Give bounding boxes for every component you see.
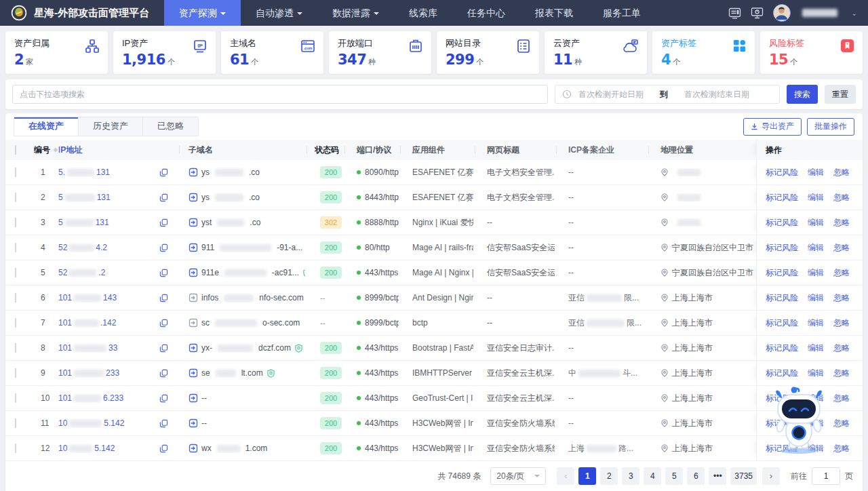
ignore-action[interactable]: 忽略 [833, 368, 850, 379]
row-checkbox[interactable] [15, 193, 16, 202]
copy-ip-icon[interactable] [159, 168, 168, 177]
copy-ip-icon[interactable] [159, 243, 168, 252]
mark-risk-action[interactable]: 标记风险 [766, 368, 798, 379]
tab-online-assets[interactable]: 在线资产 [14, 117, 78, 136]
stat-card-open-ports[interactable]: 开放端口 347种 [329, 31, 431, 74]
open-link-icon[interactable] [189, 418, 198, 428]
row-checkbox[interactable] [15, 318, 16, 328]
edit-action[interactable]: 编辑 [808, 217, 824, 229]
copy-ip-icon[interactable] [159, 369, 168, 378]
open-link-icon[interactable] [189, 444, 198, 453]
edit-action[interactable]: 编辑 [808, 242, 824, 254]
page-number-button[interactable]: 3 [622, 467, 639, 485]
open-link-icon[interactable] [189, 393, 198, 403]
row-checkbox[interactable] [15, 343, 16, 353]
goto-page-input[interactable] [812, 467, 840, 485]
nav-item-task-center[interactable]: 任务中心 [452, 0, 520, 26]
ignore-action[interactable]: 忽略 [833, 292, 850, 304]
mark-risk-action[interactable]: 标记风险 [766, 292, 798, 304]
mark-risk-action[interactable]: 标记风险 [766, 317, 798, 329]
row-checkbox[interactable] [15, 268, 16, 277]
open-link-icon[interactable] [189, 318, 198, 328]
console-settings-icon[interactable] [728, 7, 741, 20]
page-number-button[interactable]: 2 [600, 467, 618, 485]
stat-card-cloud-assets[interactable]: 云资产 11种 [545, 31, 647, 74]
page-size-select[interactable]: 20条/页 [490, 467, 546, 485]
copy-ip-icon[interactable] [159, 444, 168, 453]
mark-risk-action[interactable]: 标记风险 [766, 167, 798, 178]
ignore-action[interactable]: 忽略 [833, 418, 850, 429]
mark-risk-action[interactable]: 标记风险 [766, 217, 798, 229]
ignore-action[interactable]: 忽略 [833, 167, 850, 178]
column-settings-gear-icon[interactable] [53, 146, 58, 154]
row-checkbox[interactable] [15, 168, 16, 177]
search-button[interactable]: 搜索 [787, 85, 818, 104]
mark-risk-action[interactable]: 标记风险 [766, 242, 798, 254]
ignore-action[interactable]: 忽略 [833, 317, 850, 329]
edit-action[interactable]: 编辑 [808, 292, 824, 304]
copy-ip-icon[interactable] [159, 193, 168, 202]
ignore-action[interactable]: 忽略 [833, 342, 850, 354]
page-number-button[interactable]: 6 [687, 467, 705, 485]
nav-item-service-ticket[interactable]: 服务工单 [588, 0, 656, 26]
monitor-icon[interactable] [751, 7, 764, 20]
edit-action[interactable]: 编辑 [808, 267, 824, 279]
robot-assistant-mascot[interactable] [772, 384, 826, 454]
nav-item-report-download[interactable]: 报表下载 [520, 0, 588, 26]
avatar[interactable] [773, 4, 791, 22]
row-checkbox[interactable] [15, 444, 16, 453]
open-link-icon[interactable] [189, 293, 198, 302]
row-checkbox[interactable] [15, 368, 16, 378]
prev-page-button[interactable]: ‹ [557, 467, 574, 485]
ignore-action[interactable]: 忽略 [833, 393, 850, 404]
edit-action[interactable]: 编辑 [808, 317, 824, 329]
page-number-button[interactable]: 4 [644, 467, 661, 485]
stat-card-asset-tags[interactable]: 资产标签 4个 [652, 31, 755, 74]
reset-button[interactable]: 重置 [825, 85, 856, 104]
copy-ip-icon[interactable] [159, 294, 168, 302]
copy-ip-icon[interactable] [159, 319, 168, 328]
search-input[interactable] [12, 85, 548, 104]
mark-risk-action[interactable]: 标记风险 [766, 342, 798, 354]
open-link-icon[interactable] [189, 193, 198, 202]
copy-ip-icon[interactable] [159, 394, 168, 403]
copy-ip-icon[interactable] [159, 419, 168, 428]
stat-card-asset-ownership[interactable]: 资产归属 2家 [5, 31, 108, 74]
copy-ip-icon[interactable] [159, 269, 168, 277]
mark-risk-action[interactable]: 标记风险 [766, 267, 798, 279]
edit-action[interactable]: 编辑 [808, 192, 824, 203]
stat-card-risk-tags[interactable]: 风险标签 15个 [760, 31, 863, 74]
nav-item-asset-detection[interactable]: 资产探测 [164, 0, 241, 26]
row-checkbox[interactable] [15, 293, 16, 302]
export-assets-button[interactable]: 导出资产 [743, 118, 802, 136]
stat-card-domains[interactable]: 主域名 61个 .com [221, 31, 323, 74]
open-link-icon[interactable] [189, 218, 198, 227]
open-link-icon[interactable] [189, 268, 198, 277]
chevron-down-icon[interactable]: ⌄ [852, 9, 857, 17]
edit-action[interactable]: 编辑 [808, 342, 824, 354]
date-range-picker[interactable]: 首次检测开始日期 到 首次检测结束日期 [555, 85, 780, 104]
page-number-button[interactable]: 3735 [730, 467, 757, 485]
next-page-button[interactable]: › [762, 467, 780, 485]
open-link-icon[interactable] [189, 168, 198, 177]
row-checkbox[interactable] [15, 243, 16, 252]
stat-card-ip-assets[interactable]: IP资产 1,916个 IP [113, 31, 216, 74]
page-number-button[interactable]: 1 [578, 467, 596, 485]
batch-actions-button[interactable]: 批量操作 [807, 118, 854, 136]
ignore-action[interactable]: 忽略 [833, 267, 850, 279]
open-link-icon[interactable] [189, 343, 198, 353]
row-checkbox[interactable] [15, 218, 16, 227]
nav-item-clue-library[interactable]: 线索库 [394, 0, 452, 26]
row-checkbox[interactable] [15, 393, 16, 403]
page-number-button[interactable]: 5 [665, 467, 683, 485]
select-all-checkbox[interactable] [15, 145, 16, 155]
nav-item-auto-pentest[interactable]: 自动渗透 [241, 0, 317, 26]
open-link-icon[interactable] [189, 368, 198, 378]
page-number-button[interactable]: ••• [709, 467, 726, 485]
copy-ip-icon[interactable] [159, 344, 168, 353]
ignore-action[interactable]: 忽略 [833, 217, 850, 229]
open-link-icon[interactable] [189, 243, 198, 252]
tab-ignored-assets[interactable]: 已忽略 [142, 117, 198, 136]
tab-history-assets[interactable]: 历史资产 [78, 117, 142, 136]
edit-action[interactable]: 编辑 [808, 368, 824, 379]
